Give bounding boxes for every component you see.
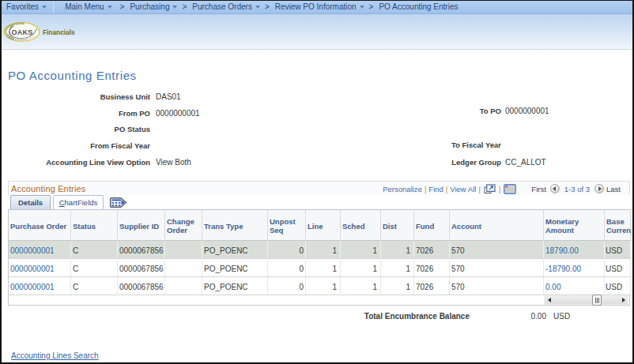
svg-text:OAKS: OAKS: [11, 28, 32, 36]
